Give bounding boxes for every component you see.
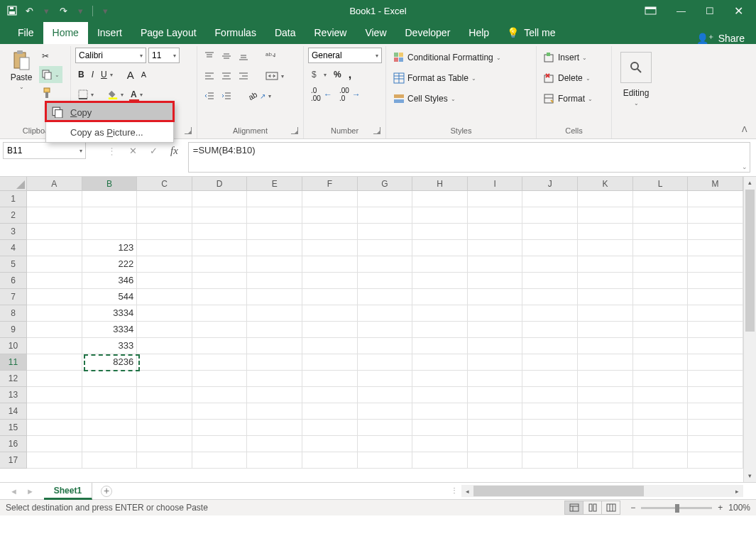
row-header-14[interactable]: 14 xyxy=(0,403,26,420)
sheet-tab-active[interactable]: Sheet1 xyxy=(44,483,92,500)
cell-M1[interactable] xyxy=(688,191,743,207)
cell-K12[interactable] xyxy=(578,371,633,387)
cut-button[interactable]: ✂ xyxy=(39,48,62,65)
cell-E2[interactable] xyxy=(247,207,302,224)
cell-C1[interactable] xyxy=(137,191,192,207)
cell-C13[interactable] xyxy=(137,387,192,403)
cell-H1[interactable] xyxy=(412,191,468,207)
hscroll-split-icon[interactable]: ⋮ xyxy=(451,486,458,494)
cell-A4[interactable] xyxy=(27,240,82,256)
cell-J13[interactable] xyxy=(522,387,578,403)
cell-M10[interactable] xyxy=(688,338,743,354)
cell-E17[interactable] xyxy=(247,452,302,469)
cell-F6[interactable] xyxy=(302,273,358,289)
cell-G3[interactable] xyxy=(358,224,413,240)
cell-K17[interactable] xyxy=(578,452,633,469)
cell-I15[interactable] xyxy=(468,420,523,436)
zoom-out-button[interactable]: − xyxy=(630,503,635,513)
merge-center-button[interactable]: ▾ xyxy=(263,67,287,84)
redo-more-icon[interactable]: ▾ xyxy=(74,4,87,17)
share-button[interactable]: 👤⁺Share xyxy=(696,33,745,44)
cell-D5[interactable] xyxy=(192,256,248,273)
cell-K4[interactable] xyxy=(578,240,633,256)
cell-L15[interactable] xyxy=(633,420,689,436)
cell-E1[interactable] xyxy=(247,191,302,207)
cell-K8[interactable] xyxy=(578,305,633,322)
worksheet-grid[interactable]: ABCDEFGHIJKLM 1234567891011121314151617 … xyxy=(0,177,756,482)
tab-home[interactable]: Home xyxy=(43,22,88,44)
accounting-format-button[interactable]: $▾ xyxy=(308,66,329,83)
row-header-11[interactable]: 11 xyxy=(0,354,26,371)
cell-D17[interactable] xyxy=(192,452,248,469)
decrease-indent-button[interactable] xyxy=(202,87,217,104)
cell-L12[interactable] xyxy=(633,371,689,387)
cell-J12[interactable] xyxy=(522,371,578,387)
cell-D1[interactable] xyxy=(192,191,248,207)
cell-C8[interactable] xyxy=(137,305,192,322)
cell-M16[interactable] xyxy=(688,436,743,452)
insert-function-icon[interactable]: fx xyxy=(170,145,178,157)
cell-styles-button[interactable]: Cell Styles⌄ xyxy=(390,90,532,107)
font-name-combo[interactable]: Calibri▾ xyxy=(75,48,146,63)
cell-L8[interactable] xyxy=(633,305,689,322)
cell-E13[interactable] xyxy=(247,387,302,403)
tell-me[interactable]: 💡Tell me xyxy=(498,22,564,44)
cell-B13[interactable] xyxy=(82,387,138,403)
cell-A12[interactable] xyxy=(27,371,82,387)
vertical-scrollbar[interactable]: ▴▾ xyxy=(743,177,756,482)
cell-B1[interactable] xyxy=(82,191,138,207)
cell-F14[interactable] xyxy=(302,403,358,420)
cell-I9[interactable] xyxy=(468,322,523,338)
cell-C11[interactable] xyxy=(137,354,192,371)
cell-F16[interactable] xyxy=(302,436,358,452)
sheet-next-icon[interactable]: ► xyxy=(26,487,34,496)
cell-K9[interactable] xyxy=(578,322,633,338)
row-header-15[interactable]: 15 xyxy=(0,420,26,436)
cell-F2[interactable] xyxy=(302,207,358,224)
cell-A5[interactable] xyxy=(27,256,82,273)
cell-I4[interactable] xyxy=(468,240,523,256)
format-as-table-button[interactable]: Format as Table⌄ xyxy=(390,70,532,87)
cell-D12[interactable] xyxy=(192,371,248,387)
cell-C15[interactable] xyxy=(137,420,192,436)
scroll-right-icon[interactable]: ▸ xyxy=(731,488,743,495)
zoom-slider[interactable] xyxy=(641,507,712,509)
cell-J4[interactable] xyxy=(522,240,578,256)
cell-G6[interactable] xyxy=(358,273,413,289)
cell-G2[interactable] xyxy=(358,207,413,224)
qat-customize-icon[interactable]: ▾ xyxy=(99,4,111,17)
align-right-button[interactable] xyxy=(236,67,251,84)
cell-G13[interactable] xyxy=(358,387,413,403)
align-bottom-button[interactable] xyxy=(236,48,251,65)
cell-M14[interactable] xyxy=(688,403,743,420)
ribbon-mode-icon[interactable] xyxy=(645,6,657,15)
view-page-break-button[interactable] xyxy=(601,501,620,515)
cell-K14[interactable] xyxy=(578,403,633,420)
cell-I5[interactable] xyxy=(468,256,523,273)
row-header-16[interactable]: 16 xyxy=(0,436,26,452)
cell-G8[interactable] xyxy=(358,305,413,322)
align-top-button[interactable] xyxy=(202,48,217,65)
col-header-A[interactable]: A xyxy=(27,177,82,190)
row-header-13[interactable]: 13 xyxy=(0,387,26,403)
row-header-17[interactable]: 17 xyxy=(0,452,26,469)
cell-L17[interactable] xyxy=(633,452,689,469)
cell-H3[interactable] xyxy=(412,224,468,240)
cell-F7[interactable] xyxy=(302,289,358,305)
cell-E11[interactable] xyxy=(247,354,302,371)
cell-B8[interactable]: 3334 xyxy=(82,305,138,322)
cell-H15[interactable] xyxy=(412,420,468,436)
cell-C6[interactable] xyxy=(137,273,192,289)
italic-button[interactable]: I xyxy=(89,66,97,83)
cell-H2[interactable] xyxy=(412,207,468,224)
row-header-12[interactable]: 12 xyxy=(0,371,26,387)
cell-C12[interactable] xyxy=(137,371,192,387)
undo-more-icon[interactable]: ▾ xyxy=(40,4,53,17)
find-select-button[interactable] xyxy=(620,52,652,83)
cell-A14[interactable] xyxy=(27,403,82,420)
cell-M11[interactable] xyxy=(688,354,743,371)
cell-F17[interactable] xyxy=(302,452,358,469)
comma-button[interactable]: , xyxy=(346,66,354,83)
save-icon[interactable] xyxy=(6,4,18,17)
cell-A1[interactable] xyxy=(27,191,82,207)
